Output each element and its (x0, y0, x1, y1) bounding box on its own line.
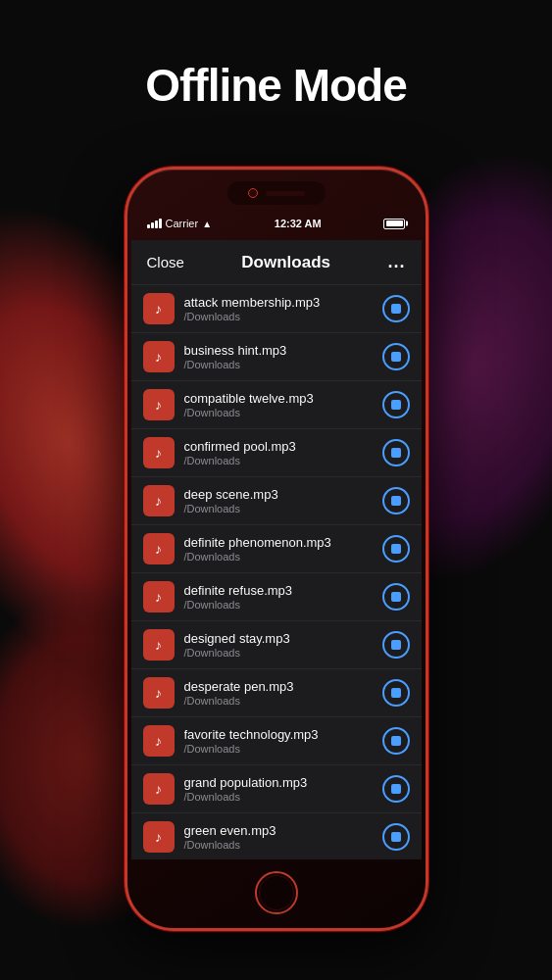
file-icon: ♪ (143, 437, 175, 468)
music-icon: ♪ (155, 589, 162, 605)
file-name: confirmed pool.mp3 (184, 439, 373, 454)
list-item[interactable]: ♪ business hint.mp3 /Downloads (131, 333, 422, 381)
close-button[interactable]: Close (147, 254, 184, 270)
file-path: /Downloads (184, 503, 373, 514)
signal-bar-4 (159, 219, 162, 228)
list-item[interactable]: ♪ confirmed pool.mp3 /Downloads (131, 429, 422, 477)
file-name: desperate pen.mp3 (184, 679, 373, 694)
stop-download-button[interactable] (382, 295, 410, 322)
list-item[interactable]: ♪ favorite technology.mp3 /Downloads (131, 717, 422, 765)
stop-download-button[interactable] (382, 487, 410, 514)
stop-download-button[interactable] (382, 343, 410, 370)
home-button[interactable] (255, 871, 298, 914)
stop-download-button[interactable] (382, 439, 410, 466)
file-name: compatible twelve.mp3 (184, 391, 373, 406)
file-path: /Downloads (184, 359, 373, 370)
stop-icon (391, 544, 401, 554)
file-icon: ♪ (143, 629, 175, 661)
file-icon: ♪ (143, 533, 175, 564)
file-info: grand population.mp3 /Downloads (184, 775, 373, 803)
stop-download-button[interactable] (382, 823, 410, 851)
file-path: /Downloads (184, 407, 373, 418)
music-icon: ♪ (155, 349, 162, 365)
file-info: desperate pen.mp3 /Downloads (184, 679, 373, 707)
stop-icon (391, 688, 401, 698)
file-name: definite phenomenon.mp3 (184, 535, 373, 550)
notch-bar (266, 191, 305, 196)
file-info: business hint.mp3 /Downloads (184, 343, 373, 370)
file-icon: ♪ (143, 341, 175, 372)
music-icon: ♪ (155, 685, 162, 701)
stop-icon (391, 592, 401, 602)
file-list: ♪ attack membership.mp3 /Downloads ♪ bus… (131, 285, 422, 858)
file-icon: ♪ (143, 773, 175, 805)
list-item[interactable]: ♪ deep scene.mp3 /Downloads (131, 477, 422, 525)
home-button-ring (259, 875, 294, 910)
file-info: favorite technology.mp3 /Downloads (184, 727, 373, 755)
more-options-button[interactable]: ... (387, 252, 405, 272)
file-name: grand population.mp3 (184, 775, 373, 790)
list-item[interactable]: ♪ green even.mp3 /Downloads (131, 813, 422, 858)
file-path: /Downloads (184, 839, 373, 851)
stop-download-button[interactable] (382, 583, 410, 611)
file-info: green even.mp3 /Downloads (184, 823, 373, 851)
file-info: definite phenomenon.mp3 /Downloads (184, 535, 373, 563)
file-path: /Downloads (184, 311, 373, 322)
file-path: /Downloads (184, 647, 373, 659)
screen-title: Downloads (241, 253, 330, 272)
phone-device: Carrier ▲ 12:32 AM Close Downloads ... ♪ (125, 167, 428, 931)
stop-icon (391, 304, 401, 314)
music-icon: ♪ (155, 493, 162, 509)
stop-download-button[interactable] (382, 727, 410, 755)
list-item[interactable]: ♪ desperate pen.mp3 /Downloads (131, 669, 422, 717)
file-icon: ♪ (143, 581, 175, 612)
status-time: 12:32 AM (275, 218, 322, 229)
file-path: /Downloads (184, 791, 373, 803)
list-item[interactable]: ♪ compatible twelve.mp3 /Downloads (131, 381, 422, 429)
signal-strength (147, 219, 162, 228)
file-path: /Downloads (184, 599, 373, 611)
file-path: /Downloads (184, 551, 373, 563)
file-icon: ♪ (143, 293, 175, 324)
list-item[interactable]: ♪ definite refuse.mp3 /Downloads (131, 573, 422, 621)
file-path: /Downloads (184, 695, 373, 707)
list-item[interactable]: ♪ grand population.mp3 /Downloads (131, 765, 422, 813)
stop-icon (391, 400, 401, 410)
list-item[interactable]: ♪ attack membership.mp3 /Downloads (131, 285, 422, 333)
file-icon: ♪ (143, 725, 175, 757)
music-icon: ♪ (155, 637, 162, 653)
app-screen: Close Downloads ... ♪ attack membership.… (131, 240, 422, 859)
list-item[interactable]: ♪ definite phenomenon.mp3 /Downloads (131, 525, 422, 573)
stop-download-button[interactable] (382, 775, 410, 803)
music-icon: ♪ (155, 733, 162, 749)
music-icon: ♪ (155, 301, 162, 317)
list-item[interactable]: ♪ designed stay.mp3 /Downloads (131, 621, 422, 669)
stop-download-button[interactable] (382, 535, 410, 563)
status-bar: Carrier ▲ 12:32 AM (127, 213, 426, 234)
file-icon: ♪ (143, 485, 175, 516)
signal-bar-1 (147, 224, 150, 228)
file-name: definite refuse.mp3 (184, 583, 373, 598)
stop-download-button[interactable] (382, 679, 410, 707)
stop-download-button[interactable] (382, 631, 410, 659)
music-icon: ♪ (155, 541, 162, 557)
file-name: attack membership.mp3 (184, 295, 373, 310)
page-title: Offline Mode (0, 59, 552, 112)
file-name: designed stay.mp3 (184, 631, 373, 646)
file-name: business hint.mp3 (184, 343, 373, 358)
app-header: Close Downloads ... (131, 240, 422, 285)
file-info: deep scene.mp3 /Downloads (184, 487, 373, 514)
file-path: /Downloads (184, 455, 373, 466)
stop-download-button[interactable] (382, 391, 410, 418)
signal-bar-3 (155, 220, 158, 228)
wifi-icon: ▲ (202, 219, 212, 229)
music-icon: ♪ (155, 445, 162, 461)
music-icon: ♪ (155, 781, 162, 797)
file-icon: ♪ (143, 821, 175, 853)
phone-shell: Carrier ▲ 12:32 AM Close Downloads ... ♪ (125, 167, 428, 931)
file-info: compatible twelve.mp3 /Downloads (184, 391, 373, 418)
stop-icon (391, 736, 401, 746)
file-info: attack membership.mp3 /Downloads (184, 295, 373, 322)
battery-icon (383, 219, 405, 229)
carrier-name: Carrier (166, 218, 199, 229)
